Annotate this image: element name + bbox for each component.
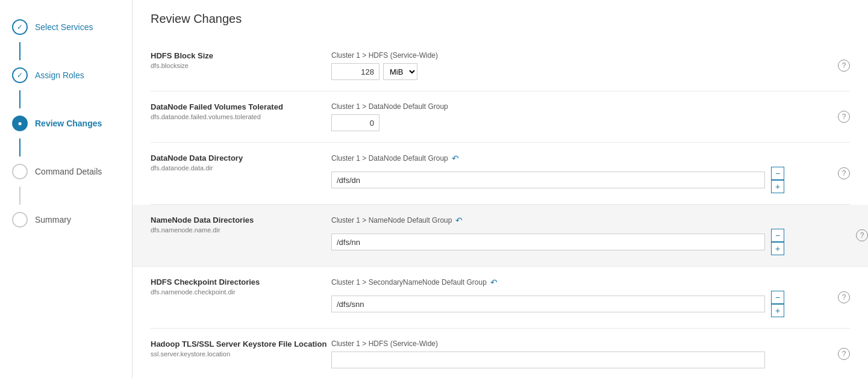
config-row-hdfs-checkpoint-directories: HDFS Checkpoint Directoriesdfs.namenode.… bbox=[151, 267, 850, 329]
sidebar-step-assign-roles[interactable]: ✓Assign Roles bbox=[0, 60, 132, 90]
config-name-namenode-data-directories: NameNode Data Directories bbox=[151, 215, 331, 225]
minus-btn-namenode-data-directories[interactable]: − bbox=[771, 229, 784, 242]
cluster-label-datanode-data-directory: Cluster 1 > DataNode Default Group↶ bbox=[331, 153, 850, 163]
minus-btn-datanode-data-directory[interactable]: − bbox=[771, 167, 784, 180]
cluster-label-hdfs-checkpoint-directories: Cluster 1 > SecondaryNameNode Default Gr… bbox=[331, 277, 850, 287]
help-icon-namenode-data-directories[interactable]: ? bbox=[856, 229, 868, 241]
config-row-namenode-data-directories: NameNode Data Directoriesdfs.namenode.na… bbox=[133, 205, 868, 267]
input-namenode-data-directories[interactable] bbox=[331, 234, 765, 250]
config-row-datanode-failed-volumes: DataNode Failed Volumes Tolerateddfs.dat… bbox=[151, 91, 850, 143]
step-circle-review-changes: ● bbox=[12, 116, 28, 131]
sidebar-step-command-details: Command Details bbox=[0, 156, 132, 187]
config-key-hdfs-checkpoint-directories: dfs.namenode.checkpoint.dir bbox=[151, 288, 331, 296]
config-row-hdfs-block-size: HDFS Block Sizedfs.blocksizeCluster 1 > … bbox=[151, 40, 850, 91]
input-datanode-data-directory[interactable] bbox=[331, 172, 765, 188]
help-icon-datanode-data-directory[interactable]: ? bbox=[838, 167, 850, 179]
unit-select-hdfs-block-size[interactable]: KiBMiBGiB bbox=[383, 63, 417, 80]
revert-icon-hdfs-checkpoint-directories[interactable]: ↶ bbox=[490, 277, 498, 287]
step-label-assign-roles: Assign Roles bbox=[35, 70, 84, 80]
step-label-review-changes: Review Changes bbox=[35, 119, 102, 128]
config-name-datanode-failed-volumes: DataNode Failed Volumes Tolerated bbox=[151, 102, 331, 111]
step-label-command-details: Command Details bbox=[35, 167, 102, 176]
config-row-datanode-data-directory: DataNode Data Directorydfs.datanode.data… bbox=[151, 143, 850, 205]
step-circle-select-services: ✓ bbox=[12, 19, 28, 35]
config-name-hdfs-block-size: HDFS Block Size bbox=[151, 51, 331, 60]
step-label-summary: Summary bbox=[35, 215, 71, 225]
help-icon-hdfs-checkpoint-directories[interactable]: ? bbox=[838, 291, 850, 303]
configs-list: HDFS Block Sizedfs.blocksizeCluster 1 > … bbox=[151, 40, 850, 378]
input-hadoop-keystore-location[interactable] bbox=[331, 352, 765, 368]
sidebar-step-select-services[interactable]: ✓Select Services bbox=[0, 12, 132, 42]
step-label-select-services: Select Services bbox=[35, 22, 93, 32]
plus-btn-namenode-data-directories[interactable]: + bbox=[771, 242, 784, 255]
sidebar-step-review-changes[interactable]: ●Review Changes bbox=[0, 108, 132, 138]
cluster-label-datanode-failed-volumes: Cluster 1 > DataNode Default Group bbox=[331, 102, 850, 111]
config-key-namenode-data-directories: dfs.namenode.name.dir bbox=[151, 226, 331, 234]
help-icon-hadoop-keystore-location[interactable]: ? bbox=[838, 348, 850, 360]
revert-icon-namenode-data-directories[interactable]: ↶ bbox=[455, 215, 463, 225]
cluster-label-hadoop-keystore-location: Cluster 1 > HDFS (Service-Wide) bbox=[331, 339, 850, 348]
config-name-datanode-data-directory: DataNode Data Directory bbox=[151, 153, 331, 163]
config-key-datanode-failed-volumes: dfs.datanode.failed.volumes.tolerated bbox=[151, 113, 331, 120]
help-icon-datanode-failed-volumes[interactable]: ? bbox=[838, 111, 850, 123]
cluster-label-hdfs-block-size: Cluster 1 > HDFS (Service-Wide) bbox=[331, 51, 850, 60]
cluster-label-namenode-data-directories: Cluster 1 > NameNode Default Group↶ bbox=[331, 215, 850, 225]
sidebar: ✓Select Services✓Assign Roles●Review Cha… bbox=[0, 0, 133, 378]
main-content: Review Changes HDFS Block Sizedfs.blocks… bbox=[133, 0, 868, 378]
step-circle-command-details bbox=[12, 164, 28, 179]
step-circle-assign-roles: ✓ bbox=[12, 67, 28, 83]
page-title: Review Changes bbox=[151, 12, 850, 26]
plus-btn-hdfs-checkpoint-directories[interactable]: + bbox=[771, 304, 784, 317]
help-icon-hdfs-block-size[interactable]: ? bbox=[838, 60, 850, 72]
step-circle-summary bbox=[12, 212, 28, 228]
minus-btn-hdfs-checkpoint-directories[interactable]: − bbox=[771, 291, 784, 304]
config-name-hadoop-keystore-location: Hadoop TLS/SSL Server Keystore File Loca… bbox=[151, 339, 331, 349]
config-key-hdfs-block-size: dfs.blocksize bbox=[151, 62, 331, 69]
plus-btn-datanode-data-directory[interactable]: + bbox=[771, 180, 784, 193]
config-key-hadoop-keystore-location: ssl.server.keystore.location bbox=[151, 350, 331, 358]
input-hdfs-checkpoint-directories[interactable] bbox=[331, 296, 765, 312]
sidebar-step-summary: Summary bbox=[0, 205, 132, 235]
config-row-hadoop-keystore-location: Hadoop TLS/SSL Server Keystore File Loca… bbox=[151, 329, 850, 378]
input-datanode-failed-volumes[interactable] bbox=[331, 114, 379, 131]
input-hdfs-block-size[interactable] bbox=[331, 63, 379, 80]
revert-icon-datanode-data-directory[interactable]: ↶ bbox=[452, 153, 459, 163]
config-name-hdfs-checkpoint-directories: HDFS Checkpoint Directories bbox=[151, 277, 331, 287]
config-key-datanode-data-directory: dfs.datanode.data.dir bbox=[151, 164, 331, 172]
